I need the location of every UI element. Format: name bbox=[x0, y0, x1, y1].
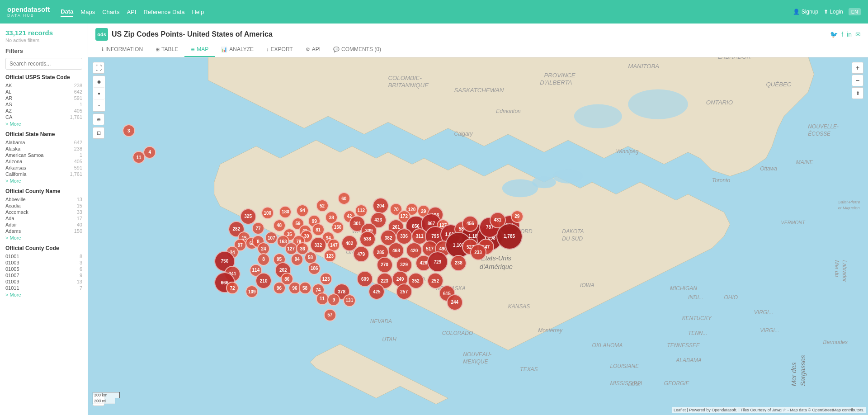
tab-information[interactable]: ℹINFORMATION bbox=[95, 42, 149, 57]
cluster-marker-67[interactable]: 94 bbox=[291, 253, 303, 266]
filter-more-3[interactable]: > More bbox=[5, 292, 82, 297]
compass-button[interactable]: ⬆ bbox=[852, 87, 863, 99]
cluster-marker-99[interactable]: 252 bbox=[427, 273, 443, 289]
filter-item-0-2[interactable]: AR591 bbox=[5, 95, 82, 101]
filter-item-3-0[interactable]: 010018 bbox=[5, 253, 82, 259]
cluster-marker-6[interactable]: 94 bbox=[296, 204, 309, 217]
nav-item-reference-data[interactable]: Reference Data bbox=[143, 8, 184, 16]
location-button[interactable]: ⊕ bbox=[93, 113, 104, 125]
tab-map[interactable]: ⊕MAP bbox=[184, 42, 215, 57]
nav-item-maps[interactable]: Maps bbox=[80, 8, 95, 16]
filter-item-1-5[interactable]: California1,761 bbox=[5, 171, 82, 177]
cluster-marker-113[interactable]: 57 bbox=[324, 309, 336, 321]
tab-api[interactable]: ⚙API bbox=[299, 42, 327, 57]
filter-button[interactable]: ⊡ bbox=[93, 127, 104, 139]
cluster-marker-69[interactable]: 123 bbox=[324, 250, 336, 262]
cluster-marker-72[interactable]: 468 bbox=[388, 242, 404, 259]
filter-item-3-1[interactable]: 010033 bbox=[5, 259, 82, 266]
login-link[interactable]: ⬆ Login bbox=[824, 9, 843, 15]
filter-item-2-2[interactable]: Accomack33 bbox=[5, 209, 82, 215]
cluster-marker-4[interactable]: 100 bbox=[261, 207, 274, 219]
cluster-marker-52[interactable]: 336 bbox=[396, 228, 412, 245]
filter-item-3-5[interactable]: 010117 bbox=[5, 285, 82, 291]
tab-export[interactable]: ↓EXPORT bbox=[260, 42, 299, 57]
zoom-in-right[interactable]: + bbox=[852, 62, 863, 74]
cluster-marker-50[interactable]: 538 bbox=[359, 231, 376, 247]
filter-item-2-3[interactable]: Ada17 bbox=[5, 215, 82, 222]
cluster-marker-7[interactable]: 52 bbox=[316, 199, 329, 212]
filter-item-0-0[interactable]: AK238 bbox=[5, 82, 82, 89]
filter-item-0-3[interactable]: AS1 bbox=[5, 101, 82, 108]
cluster-marker-26[interactable]: 150 bbox=[331, 221, 344, 234]
fullscreen-button[interactable]: ⛶ bbox=[93, 62, 104, 74]
cluster-marker-108[interactable]: 11 bbox=[316, 292, 329, 305]
filter-item-3-4[interactable]: 0100913 bbox=[5, 278, 82, 285]
cluster-marker-8[interactable]: 60 bbox=[338, 192, 350, 205]
language-selector[interactable]: EN bbox=[849, 8, 861, 15]
filter-more-2[interactable]: > More bbox=[5, 235, 82, 241]
cluster-marker-16[interactable]: 112 bbox=[355, 204, 368, 217]
filter-item-1-3[interactable]: Arizona405 bbox=[5, 158, 82, 165]
zoom-out-right[interactable]: − bbox=[852, 75, 863, 86]
cluster-marker-103[interactable]: 58 bbox=[299, 282, 311, 294]
filter-item-2-0[interactable]: Abbeville13 bbox=[5, 196, 82, 203]
filter-more-0[interactable]: > More bbox=[5, 121, 82, 127]
cluster-marker-107[interactable]: 257 bbox=[396, 283, 412, 300]
zoom-out-button[interactable]: ● bbox=[93, 99, 105, 111]
cluster-marker-85[interactable]: 270 bbox=[377, 257, 393, 273]
zoom-in-button[interactable]: ● bbox=[93, 76, 105, 88]
filter-item-1-0[interactable]: Alabama642 bbox=[5, 139, 82, 146]
filter-item-1-1[interactable]: Alaska238 bbox=[5, 146, 82, 152]
filter-item-1-4[interactable]: Arkansas591 bbox=[5, 165, 82, 171]
nav-item-help[interactable]: Help bbox=[192, 8, 204, 16]
cluster-marker-80[interactable]: 1,785 bbox=[496, 223, 523, 250]
cluster-marker-17[interactable]: 204 bbox=[373, 198, 389, 214]
cluster-marker-10[interactable]: 77 bbox=[252, 222, 264, 235]
filter-item-0-4[interactable]: AZ405 bbox=[5, 108, 82, 114]
cluster-marker-95[interactable]: 609 bbox=[357, 271, 373, 287]
filter-item-2-1[interactable]: Acadia15 bbox=[5, 203, 82, 209]
cluster-marker-65[interactable]: 8 bbox=[257, 253, 270, 266]
tab-analyze[interactable]: 📊ANALYZE bbox=[215, 42, 260, 57]
cluster-marker-106[interactable]: 425 bbox=[368, 283, 385, 300]
tab-table[interactable]: ⊞TABLE bbox=[149, 42, 184, 57]
filter-item-2-5[interactable]: Adams150 bbox=[5, 228, 82, 234]
filter-item-3-2[interactable]: 010056 bbox=[5, 266, 82, 272]
filter-item-3-3[interactable]: 010079 bbox=[5, 272, 82, 278]
cluster-marker-63[interactable]: 29 bbox=[511, 210, 524, 223]
cluster-marker-88[interactable]: 729 bbox=[427, 251, 448, 272]
nav-item-api[interactable]: API bbox=[127, 8, 136, 16]
tab-comments----[interactable]: 💬COMMENTS (0) bbox=[327, 42, 387, 57]
cluster-marker-110[interactable]: 131 bbox=[343, 294, 356, 307]
filter-item-2-4[interactable]: Adair40 bbox=[5, 222, 82, 228]
twitter-icon[interactable]: 🐦 bbox=[830, 31, 838, 38]
cluster-marker-94[interactable]: 123 bbox=[320, 273, 332, 285]
cluster-marker-70[interactable]: 479 bbox=[353, 246, 369, 262]
cluster-marker-112[interactable]: 244 bbox=[447, 294, 463, 311]
cluster-marker-109[interactable]: 9 bbox=[327, 293, 340, 306]
nav-item-charts[interactable]: Charts bbox=[102, 8, 119, 16]
cluster-marker-0[interactable]: 3 bbox=[123, 124, 135, 137]
cluster-marker-100[interactable]: 109 bbox=[245, 285, 258, 298]
cluster-marker-86[interactable]: 329 bbox=[396, 257, 412, 273]
cluster-marker-47[interactable]: 332 bbox=[310, 237, 326, 253]
cluster-marker-5[interactable]: 180 bbox=[279, 206, 292, 218]
facebook-icon[interactable]: f bbox=[841, 31, 843, 38]
cluster-marker-92[interactable]: 210 bbox=[255, 273, 272, 289]
cluster-marker-2[interactable]: 4 bbox=[143, 146, 156, 159]
filter-more-1[interactable]: > More bbox=[5, 178, 82, 184]
email-icon[interactable]: ✉ bbox=[855, 31, 861, 38]
nav-item-data[interactable]: Data bbox=[61, 7, 73, 17]
cluster-marker-59[interactable]: 456 bbox=[462, 216, 478, 232]
linkedin-icon[interactable]: in bbox=[847, 31, 852, 38]
cluster-marker-3[interactable]: 325 bbox=[240, 208, 256, 225]
cluster-marker-91[interactable]: 72 bbox=[226, 282, 239, 294]
signup-link[interactable]: 👤 Signup bbox=[793, 9, 818, 15]
filter-item-1-2[interactable]: American Samoa1 bbox=[5, 152, 82, 158]
cluster-marker-11[interactable]: 48 bbox=[273, 219, 286, 232]
zoom-middle-button[interactable]: ● bbox=[93, 88, 105, 99]
filter-item-0-5[interactable]: CA1,761 bbox=[5, 114, 82, 120]
cluster-marker-101[interactable]: 96 bbox=[273, 282, 286, 294]
cluster-marker-79[interactable]: 233 bbox=[470, 244, 486, 260]
cluster-marker-84[interactable]: 186 bbox=[308, 262, 321, 275]
